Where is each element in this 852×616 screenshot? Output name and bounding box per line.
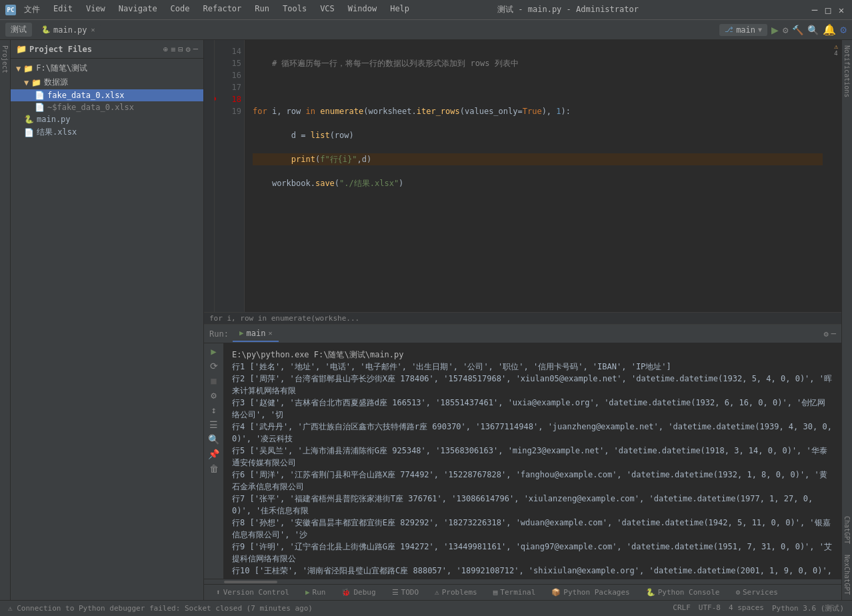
line-num-16: 16 [217, 69, 241, 81]
status-line-ending[interactable]: CRLF [673, 603, 691, 613]
status-encoding[interactable]: UTF-8 [699, 603, 721, 613]
nexchatgpt-label[interactable]: NexChatGPT [842, 549, 852, 600]
btab-run[interactable]: ▶ Run [299, 587, 333, 598]
project-sidebar-label[interactable]: Project [0, 40, 11, 600]
run-action-buttons: ▶ ⟳ ■ ⚙ ↕ ☰ 🔍 📌 🗑 [204, 343, 224, 579]
run-scrollbar-thumb[interactable] [224, 581, 277, 583]
menu-navigate[interactable]: Navigate [116, 3, 160, 17]
run-output-line-4: 行4 ['武丹丹', '广西壮族自治区鑫市六技特傅路r座 690370', '1… [232, 421, 833, 445]
menu-help[interactable]: Help [387, 3, 412, 17]
folder-expand-icon: ▼ [24, 78, 29, 87]
menu-bar: 文件 Edit View Navigate Code Refactor Run … [21, 3, 412, 17]
menu-tools[interactable]: Tools [280, 3, 309, 17]
menu-code[interactable]: Code [168, 3, 193, 17]
file-tab[interactable]: 🐍 main.py ✕ [36, 24, 101, 36]
menu-window[interactable]: Window [345, 3, 379, 17]
run-scrollbar[interactable] [204, 579, 841, 584]
expand-icon[interactable]: ≡ [171, 45, 175, 54]
tree-file-fake-data[interactable]: 📄 fake_data_0.xlsx [11, 89, 203, 101]
close-button[interactable]: ✕ [836, 5, 847, 15]
run-output-line-6: 行6 ['周洋', '江苏省荆门县和平合山路X座 774492', '15228… [232, 469, 833, 493]
packages-icon: 📦 [551, 588, 561, 597]
run-tab-label: main [247, 329, 266, 338]
window-title: 测试 - main.py - Administrator [497, 4, 639, 15]
file-tree: ▼ 📁 F:\随笔\测试 ▼ 📁 数据源 📄 fake_data_0.xlsx … [11, 59, 203, 600]
btab-services[interactable]: ⚙ Services [729, 587, 785, 598]
warning-status-icon: ⚠ [8, 604, 13, 613]
btab-terminal[interactable]: ▤ Terminal [487, 587, 543, 598]
run-output-line-3: 行3 ['赵健', '吉林省台北市西夏盛路d座 166513', '185514… [232, 397, 833, 421]
chat-gpt-label[interactable]: ChatGPT NexChatGPT [842, 511, 852, 600]
run-panel-tabs: Run: ▶ main ✕ ⚙ ─ [204, 325, 841, 343]
hide-panel-icon[interactable]: ─ [193, 45, 198, 54]
run-pin-button[interactable]: 📌 [208, 449, 219, 459]
run-close-icon[interactable]: ─ [831, 329, 836, 339]
btab-run-label: Run [313, 588, 326, 597]
gutter [204, 40, 215, 312]
settings-project-icon[interactable]: ⚙ [186, 45, 191, 54]
line-num-17: 17 [217, 81, 241, 93]
run-filter-button[interactable]: ⚙ [211, 390, 216, 401]
branch-selector[interactable]: ⎇ main ▼ [719, 24, 767, 36]
error-indicator-panel: ⚠ 4 [831, 40, 841, 312]
line-num-14: 14 [217, 45, 241, 57]
run-tab-close[interactable]: ✕ [268, 329, 272, 337]
menu-run[interactable]: Run [252, 3, 272, 17]
file-tab-close[interactable]: ✕ [91, 26, 95, 33]
menu-vcs[interactable]: VCS [317, 3, 337, 17]
project-tab[interactable]: 测试 [5, 23, 32, 37]
btab-services-label: Services [743, 588, 778, 597]
run-output-line-8: 行8 ['孙想', '安徽省昌昙丰都宜都宜街E座 829292', '18273… [232, 517, 833, 541]
run-button[interactable]: ▶ [771, 23, 779, 37]
btab-version-control[interactable]: ⬆ Version Control [209, 587, 296, 598]
run-output-line-1: 行1 ['姓名', '地址', '电话', '电子邮件', '出生日期', '公… [232, 361, 833, 373]
code-line-14: # 循环遍历每一行，将每一行的数据以列表形式添加到 rows 列表中 [253, 57, 823, 69]
settings-icon[interactable]: ⚙ [840, 23, 847, 36]
menu-refactor[interactable]: Refactor [201, 3, 245, 17]
build-button[interactable]: 🔨 [792, 25, 803, 35]
run-scroll-button[interactable]: ↕ [211, 405, 216, 415]
run-tab-main[interactable]: ▶ main ✕ [233, 326, 279, 342]
search-button[interactable]: 🔍 [807, 25, 819, 35]
menu-file[interactable]: 文件 [21, 3, 43, 17]
status-python[interactable]: Python 3.6 (测试) [772, 603, 844, 613]
btab-problems[interactable]: ⚠ Problems [428, 587, 484, 598]
chatgpt-label[interactable]: ChatGPT [842, 511, 852, 549]
run-close-button[interactable]: 🗑 [209, 463, 219, 474]
run-fold-button[interactable]: ☰ [209, 419, 218, 430]
run-search-button[interactable]: 🔍 [208, 434, 219, 445]
btab-python-console[interactable]: 🐍 Python Console [639, 587, 727, 598]
add-file-icon[interactable]: ⊕ [163, 45, 168, 54]
run-stop-button[interactable]: ■ [211, 375, 216, 386]
todo-icon: ☰ [392, 588, 399, 597]
notification-icon[interactable]: 🔔 [823, 23, 836, 36]
btab-vc-label: Version Control [223, 588, 289, 597]
tree-file-result[interactable]: 📄 结果.xlsx [11, 125, 203, 139]
collapse-icon[interactable]: ⊟ [178, 45, 183, 54]
run-configs-button[interactable]: ⚙ [783, 25, 788, 35]
terminal-icon: ▤ [493, 588, 498, 597]
tree-file-main-py[interactable]: 🐍 main.py [11, 113, 203, 125]
debug-icon: 🐞 [341, 588, 351, 597]
btab-todo-label: TODO [401, 588, 419, 597]
run-rerun-button[interactable]: ⟳ [210, 361, 218, 371]
menu-edit[interactable]: Edit [51, 3, 75, 17]
code-content[interactable]: # 循环遍历每一行，将每一行的数据以列表形式添加到 rows 列表中 for i… [245, 40, 831, 312]
tree-root[interactable]: ▼ 📁 F:\随笔\测试 [11, 61, 203, 75]
run-settings-icon[interactable]: ⚙ [824, 329, 829, 339]
menu-view[interactable]: View [83, 3, 108, 17]
tree-folder-datasource[interactable]: ▼ 📁 数据源 [11, 75, 203, 89]
file-label-main-py: main.py [37, 115, 71, 124]
maximize-button[interactable]: □ [823, 5, 833, 15]
btab-todo[interactable]: ☰ TODO [385, 587, 426, 598]
notifications-label[interactable]: Notifications [842, 40, 852, 103]
status-indent[interactable]: 4 spaces [729, 603, 764, 613]
code-line-19: workbook.save("./结果.xlsx") [253, 177, 823, 189]
run-output[interactable]: E:\py\python.exe F:\随笔\测试\main.py 行1 ['姓… [224, 343, 841, 579]
minimize-button[interactable]: ─ [809, 5, 820, 15]
tree-file-fake-data-temp[interactable]: 📄 ~$fake_data_0.xlsx [11, 101, 203, 113]
btab-debug[interactable]: 🐞 Debug [335, 587, 382, 598]
run-play-button[interactable]: ▶ [211, 346, 216, 357]
btab-python-packages[interactable]: 📦 Python Packages [545, 587, 636, 598]
services-icon: ⚙ [735, 588, 740, 597]
